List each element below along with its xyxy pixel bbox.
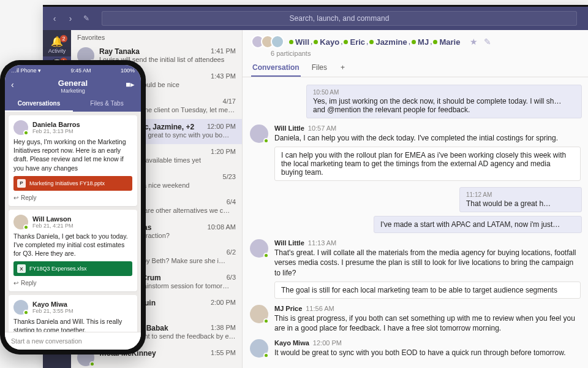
message-scroll[interactable]: 10:50 AM Yes, im just working on the dec… — [243, 77, 588, 368]
outgoing-message: 11:12 AM That would be a great h… — [459, 187, 582, 212]
participant-name[interactable]: Marie — [433, 37, 460, 47]
presence-dot-icon — [314, 40, 318, 44]
channel-title: General — [10, 79, 136, 88]
tab-files[interactable]: Files — [311, 59, 328, 77]
participant-avatars — [251, 35, 284, 48]
presence-dot-icon — [412, 40, 416, 44]
post-card[interactable]: Will Lawson Feb 21, 4:21 PM Thanks Danie… — [9, 210, 137, 292]
favorites-header: Favorites — [71, 30, 242, 44]
participant-name[interactable]: MJ — [412, 37, 429, 47]
desktop-topbar: ‹ › ✎ Search, launch, and command — [43, 7, 588, 30]
participant-name[interactable]: Will — [289, 37, 309, 47]
message-group: Kayo Miwa12:00 PM It would be great to s… — [250, 339, 581, 358]
chat-time: 1:20 PM — [211, 148, 236, 156]
tab-files-tabs[interactable]: Files & Tabs — [73, 96, 141, 112]
reply-icon: ↩ — [13, 194, 18, 201]
channel-header: ‹ General Marketing ■▸ — [5, 76, 141, 96]
chat-time: 4/17 — [223, 98, 236, 106]
avatar — [250, 339, 268, 358]
participant-name[interactable]: Jazmine — [369, 37, 407, 47]
chat-time: 6/2 — [227, 248, 236, 257]
add-tab-icon[interactable]: + — [338, 59, 347, 77]
message-group: Will Little10:57 AM Daniela, I can help … — [250, 125, 581, 181]
reply-button[interactable]: ↩ Reply — [13, 194, 132, 201]
reply-bubble: I can help you with the rollout plan for… — [274, 147, 581, 181]
presence-dot-icon — [289, 40, 293, 44]
meet-icon[interactable]: ■▸ — [126, 80, 135, 89]
chat-time: 10:08 AM — [208, 223, 236, 232]
presence-dot-icon — [433, 40, 437, 44]
presence-dot-icon — [369, 40, 374, 44]
team-name: Marketing — [10, 88, 136, 94]
avatar — [250, 125, 268, 143]
excel-icon: X — [17, 264, 26, 273]
favorite-star-icon[interactable]: ★ — [470, 37, 478, 47]
chat-time: 12:00 PM — [207, 123, 236, 131]
powerpoint-icon: P — [17, 179, 26, 188]
teams-mobile-device: …il Phone ▾ 9:45 AM 100% ‹ General Marke… — [0, 60, 146, 355]
mobile-tabs: Conversations Files & Tabs — [5, 96, 141, 112]
chat-pane: Will, Kayo, Eric, Jazmine, MJ, Marie ★ ✎… — [243, 30, 588, 368]
chat-subnav: Conversation Files + — [251, 59, 579, 77]
chat-time: 1:41 PM — [211, 47, 236, 56]
chat-time: 5/23 — [223, 173, 236, 182]
avatar — [250, 239, 268, 258]
phone-screen: …il Phone ▾ 9:45 AM 100% ‹ General Marke… — [5, 65, 141, 350]
message-group: Will Little11:13 AM That's great. I will… — [250, 239, 581, 299]
nav-forward-icon[interactable]: › — [65, 13, 76, 23]
post-card[interactable]: Daniela Barros Feb 21, 3:13 PM Hey guys,… — [9, 115, 137, 206]
chat-name: Ray Tanaka — [99, 47, 140, 56]
participants-count: 6 participants — [271, 50, 579, 57]
chat-time: 6/3 — [227, 274, 236, 282]
avatar — [13, 300, 28, 315]
avatar — [271, 35, 284, 48]
rail-activity[interactable]: 🔔 Activity 2 — [43, 34, 71, 55]
participant-name[interactable]: Eric — [344, 37, 365, 47]
mobile-feed[interactable]: Daniela Barros Feb 21, 3:13 PM Hey guys,… — [5, 112, 141, 332]
avatar — [13, 215, 28, 229]
compose-icon[interactable]: ✎ — [81, 14, 92, 23]
attachment-xlsx[interactable]: X FY18Q3 Expenses.xlsx — [13, 261, 132, 276]
outgoing-message: 10:50 AM Yes, im just working on the dec… — [306, 85, 582, 118]
tab-conversation[interactable]: Conversation — [251, 59, 301, 77]
chat-time: 1:43 PM — [211, 72, 236, 81]
outgoing-message: I've made a start with APAC and LATAM, n… — [374, 216, 582, 233]
status-bar: …il Phone ▾ 9:45 AM 100% — [5, 65, 141, 76]
search-input[interactable]: Search, launch, and command — [102, 11, 577, 26]
reply-icon: ↩ — [13, 280, 18, 286]
participant-names: Will, Kayo, Eric, Jazmine, MJ, Marie — [289, 37, 460, 47]
avatar — [13, 120, 28, 135]
tab-conversations[interactable]: Conversations — [5, 96, 73, 112]
chat-time: 6/4 — [227, 198, 236, 207]
post-card[interactable]: Kayo Miwa Feb 21, 3:55 PM Thanks Daniela… — [9, 295, 137, 332]
nav-back-icon[interactable]: ‹ — [49, 13, 60, 23]
mobile-compose-input[interactable]: Start a new conversation — [5, 332, 141, 350]
edit-pencil-icon[interactable]: ✎ — [484, 37, 491, 47]
avatar — [250, 305, 268, 323]
presence-dot-icon — [344, 40, 348, 44]
reply-button[interactable]: ↩ Reply — [13, 280, 132, 286]
message-group: MJ Price11:56 AM This is great progress,… — [250, 305, 581, 333]
attachment-pptx[interactable]: P Marketing Initiatives FY18.pptx — [13, 176, 132, 191]
chat-time: 1:55 PM — [211, 349, 236, 358]
chat-time: 1:38 PM — [211, 324, 236, 332]
activity-badge: 2 — [60, 35, 67, 42]
participant-name[interactable]: Kayo — [314, 37, 339, 47]
chat-time: 2:00 PM — [211, 299, 236, 307]
chat-header: Will, Kayo, Eric, Jazmine, MJ, Marie ★ ✎… — [243, 30, 588, 77]
reply-bubble: The goal is still for each local marketi… — [274, 282, 581, 299]
